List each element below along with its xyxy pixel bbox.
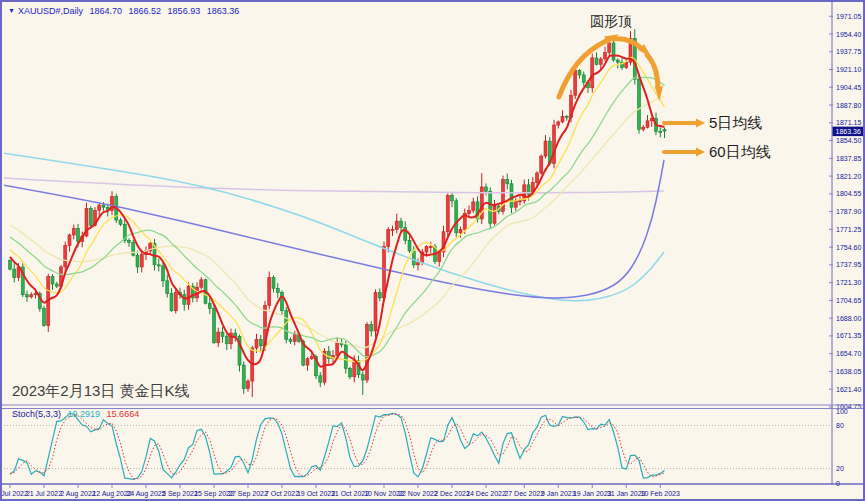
- chart-canvas[interactable]: 1971.051954.401937.751921.101904.451887.…: [2, 2, 865, 501]
- symbol-dropdown-icon[interactable]: ▼: [8, 7, 15, 14]
- ma5-arrow: [664, 119, 705, 128]
- price-axis-label: 1821.20: [836, 173, 861, 180]
- date-axis-label: 22 Nov 2022: [398, 490, 438, 497]
- ma60-line: [2, 160, 664, 298]
- annotation-ma60: 60日均线: [709, 143, 771, 162]
- stoch-axis-label: 80: [836, 422, 844, 429]
- date-axis-label: 24 Aug 2022: [126, 490, 165, 498]
- price-axis-label: 1737.95: [836, 261, 861, 268]
- stoch-name: Stoch(5,3,3): [12, 409, 61, 419]
- price-axis-label: 1904.45: [836, 84, 861, 91]
- ohlc-open: 1864.70: [89, 6, 122, 16]
- price-axis-label: 1787.90: [836, 208, 861, 215]
- price-axis-label: 1654.70: [836, 350, 861, 357]
- stoch-k-value: 19.2919: [68, 409, 101, 419]
- trading-app-window: 1971.051954.401937.751921.101904.451887.…: [0, 0, 865, 501]
- ma250-line: [2, 178, 664, 193]
- price-axis-label: 1937.75: [836, 48, 861, 55]
- price-chart-svg: 1971.051954.401937.751921.101904.451887.…: [2, 2, 865, 501]
- stoch-axis-label: 0: [836, 480, 840, 487]
- price-axis-label: 1837.85: [836, 155, 861, 162]
- price-axis-label: 1771.25: [836, 226, 861, 233]
- date-axis-label: 19 Jan 2023: [573, 490, 612, 497]
- price-axis-label: 1754.60: [836, 244, 861, 251]
- chart-caption: 2023年2月13日 黄金日K线: [12, 382, 190, 401]
- price-axis-label: 1854.50: [836, 137, 861, 144]
- price-axis-label: 1721.30: [836, 279, 861, 286]
- price-axis-label: 1671.35: [836, 332, 861, 339]
- ma60-arrow: [664, 148, 705, 157]
- date-axis-label: 7 Oct 2022: [265, 490, 299, 497]
- stoch-indicator-label: Stoch(5,3,3) 19.2919 15.6664: [12, 409, 139, 419]
- date-axis-label: 9 Jan 2023: [541, 490, 576, 497]
- date-axis-label: 14 Dec 2022: [466, 490, 506, 497]
- date-axis-label: 27 Sep 2022: [228, 490, 268, 498]
- ohlc-high: 1866.52: [129, 6, 162, 16]
- annotation-ma5: 5日均线: [709, 114, 762, 133]
- stoch-axis-label: 20: [836, 465, 844, 472]
- ohlc-low: 1856.93: [168, 6, 201, 16]
- date-axis-label: 5 Sep 2022: [162, 490, 198, 498]
- date-axis-label: 11 Jul 2022: [2, 490, 28, 497]
- price-axis-label: 1621.40: [836, 386, 861, 393]
- date-axis-label: 21 Jul 2022: [26, 490, 62, 497]
- date-axis-label: 10 Feb 2023: [641, 490, 680, 497]
- ma30-line: [10, 96, 665, 348]
- price-axis-label: 1804.55: [836, 190, 861, 197]
- stoch-d-value: 15.6664: [107, 409, 140, 419]
- price-axis-label: 1704.65: [836, 297, 861, 304]
- date-axis-label: 2 Aug 2022: [60, 490, 96, 498]
- ohlc-close: 1863.36: [207, 6, 240, 16]
- stoch-k-line: [10, 413, 665, 479]
- current-price-value: 1863.36: [836, 128, 861, 135]
- price-axis-label: 1638.05: [836, 368, 861, 375]
- price-axis-label: 1971.05: [836, 13, 861, 20]
- price-axis-label: 1688.00: [836, 315, 861, 322]
- price-axis-label: 1871.15: [836, 119, 861, 126]
- symbol-label: XAUUSD#,Daily: [18, 6, 83, 16]
- price-axis-label: 1921.10: [836, 66, 861, 73]
- date-axis-label: 27 Dec 2022: [504, 490, 544, 497]
- date-axis-label: 2 Dec 2022: [434, 490, 470, 497]
- annotation-round-top: 圆形顶: [590, 13, 632, 31]
- price-axis-label: 1887.80: [836, 102, 861, 109]
- chart-title-bar: ▼XAUUSD#,Daily 1864.70 1866.52 1856.93 1…: [8, 6, 243, 16]
- date-axis-label: 19 Oct 2022: [297, 490, 335, 497]
- price-axis-label: 1954.40: [836, 31, 861, 38]
- stoch-axis-label: 100: [836, 408, 848, 415]
